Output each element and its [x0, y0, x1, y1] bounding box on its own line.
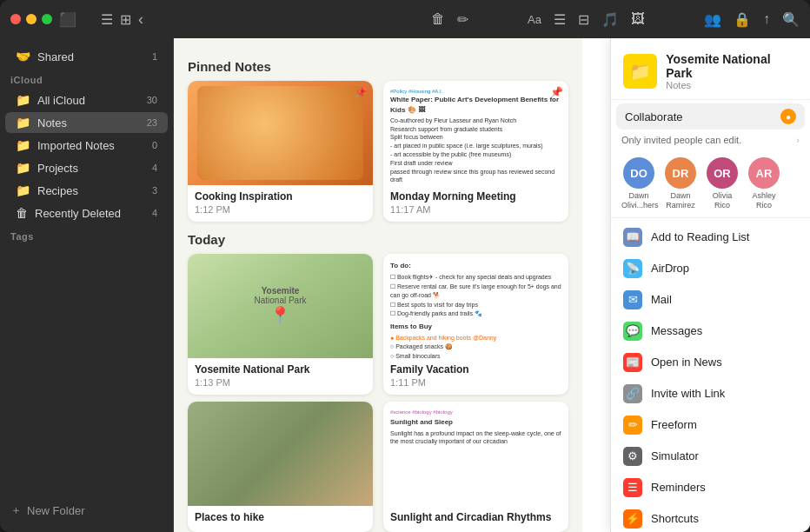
avatar-dawn-o: DO: [623, 157, 654, 189]
note-thumb-monday: #Policy #Housing #A.I. White Paper: Publ…: [383, 81, 568, 185]
note-card-family[interactable]: To do: ☐ Book flights✈ - check for any s…: [383, 254, 568, 395]
sidebar-item-notes[interactable]: 📁 Notes 23: [5, 112, 168, 133]
messages-icon: 💬: [623, 322, 642, 341]
sidebar-badge-projects: 4: [143, 163, 157, 173]
location-pin-icon: 📍: [254, 305, 306, 326]
shortcuts-icon: ⚡: [623, 509, 642, 529]
notes-icon: 📁: [16, 116, 30, 130]
share-note-title: Yosemite National Park: [666, 52, 798, 80]
avatars-row: DO Dawn Olivi...hers DR Dawn Ramirez OR …: [611, 150, 810, 218]
note-card-cooking[interactable]: 📌 Cooking Inspiration 1:12 PM: [188, 81, 373, 222]
reminders-icon: ☰: [623, 478, 642, 497]
grid-view-icon[interactable]: ⊞: [120, 11, 131, 28]
note-title-monday: Monday Morning Meeting: [383, 185, 568, 204]
simulator-icon: ⚙: [623, 447, 642, 466]
sidebar-item-imported[interactable]: 📁 Imported Notes 0: [5, 135, 168, 156]
sidebar-badge-all-icloud: 30: [143, 95, 157, 105]
freeform-icon: ✏: [623, 416, 642, 435]
delete-icon[interactable]: 🗑: [431, 11, 445, 27]
back-icon[interactable]: ‹: [138, 10, 143, 29]
collaborate-icon[interactable]: 👥: [704, 11, 721, 28]
list-view-icon[interactable]: ☰: [101, 11, 113, 28]
pin-icon-cooking: 📌: [355, 86, 368, 98]
avatar-name-dawn-o: Dawn Olivi...hers: [621, 191, 656, 210]
note-title-family: Family Vacation: [383, 358, 568, 377]
sidebar-item-recipes[interactable]: 📁 Recipes 3: [5, 180, 168, 201]
new-folder-label: New Folder: [27, 504, 84, 517]
sidebar-label-recipes: Recipes: [37, 184, 78, 197]
share-folder-icon: 📁: [623, 54, 657, 89]
minimize-button[interactable]: [26, 14, 37, 24]
sidebar-badge-recently-deleted: 4: [143, 208, 157, 218]
sidebar-badge-recipes: 3: [143, 185, 157, 196]
pinned-section-title: Pinned Notes: [188, 59, 568, 74]
sidebar-item-recently-deleted[interactable]: 🗑 Recently Deleted 4: [5, 203, 168, 223]
detail-panel: 📁 Yosemite National Park Notes Collabora…: [582, 38, 810, 532]
table-icon[interactable]: ⊟: [578, 11, 589, 28]
share-menu-airdrop[interactable]: 📡 AirDrop: [611, 253, 810, 284]
projects-icon: 📁: [16, 161, 30, 175]
main-content: 🤝 Shared 1 iCloud 📁 All iCloud 30 📁 Note…: [0, 38, 810, 532]
media-icon[interactable]: 🖼: [631, 11, 645, 27]
sidebar-label-all-icloud: All iCloud: [37, 94, 85, 107]
search-icon[interactable]: 🔍: [782, 11, 800, 28]
note-card-hike[interactable]: Places to hike: [188, 402, 373, 532]
collaborate-sublabel: Only invited people can edit. ›: [611, 133, 810, 150]
share-label-messages: Messages: [651, 324, 702, 337]
share-menu-simulator[interactable]: ⚙ Simulator: [611, 441, 810, 472]
reading-list-icon: 📖: [623, 228, 642, 247]
share-menu-invite-link[interactable]: 🔗 Invite with Link: [611, 378, 810, 409]
avatar-name-olivia: Olivia Rico: [705, 191, 740, 210]
avatar-item-dawn-o: DO Dawn Olivi...hers: [621, 157, 656, 210]
share-label-simulator: Simulator: [651, 449, 699, 462]
sidebar-item-all-icloud[interactable]: 📁 All iCloud 30: [5, 90, 168, 110]
avatar-olivia: OR: [707, 157, 738, 189]
note-title-yosemite: Yosemite National Park: [188, 358, 373, 377]
avatar-name-dawn-r: Dawn Ramirez: [663, 191, 698, 210]
note-card-yosemite[interactable]: Yosemite National Park 📍 Yosemite Nation…: [188, 254, 373, 395]
note-title-cooking: Cooking Inspiration: [188, 185, 373, 204]
sidebar-item-shared[interactable]: 🤝 Shared 1: [5, 46, 168, 67]
note-time-family: 1:11 PM: [383, 377, 568, 388]
airdrop-icon: 📡: [623, 259, 642, 278]
imported-icon: 📁: [16, 138, 30, 152]
collaborate-label: Collaborate: [625, 110, 683, 123]
share-menu-reading-list[interactable]: 📖 Add to Reading List: [611, 222, 810, 253]
checklist-icon[interactable]: ☰: [554, 11, 566, 28]
avatar-name-ashley: Ashley Rico: [747, 191, 781, 210]
close-button[interactable]: [10, 14, 21, 24]
maximize-button[interactable]: [42, 14, 52, 24]
shared-icon: 🤝: [16, 50, 30, 63]
font-icon[interactable]: Aa: [528, 13, 541, 26]
share-menu-news[interactable]: 📰 Open in News: [611, 347, 810, 378]
share-label-reading-list: Add to Reading List: [651, 230, 749, 243]
share-icon[interactable]: ↑: [763, 11, 770, 27]
avatar-dawn-r: DR: [665, 157, 696, 189]
share-menu-reminders[interactable]: ☰ Reminders: [611, 472, 810, 503]
sidebar-label-imported: Imported Notes: [37, 139, 115, 152]
sidebar-toggle-icon[interactable]: ⬛: [59, 11, 76, 28]
share-label-freeform: Freeform: [651, 418, 697, 431]
share-menu-mail[interactable]: ✉ Mail: [611, 284, 810, 316]
traffic-lights: [10, 14, 52, 24]
note-thumb-cooking: 📌: [188, 81, 373, 185]
share-note-subtitle: Notes: [666, 80, 798, 90]
sidebar-badge-shared: 1: [143, 51, 157, 62]
audio-icon[interactable]: 🎵: [601, 11, 619, 28]
share-label-reminders: Reminders: [651, 481, 706, 494]
share-menu-freeform[interactable]: ✏ Freeform: [611, 409, 810, 441]
compose-icon[interactable]: ✏: [457, 11, 468, 28]
share-header: 📁 Yosemite National Park Notes: [611, 38, 810, 100]
new-folder-button[interactable]: ＋ New Folder: [0, 495, 173, 525]
collaborate-row[interactable]: Collaborate ●: [616, 103, 805, 130]
recipes-icon: 📁: [16, 183, 30, 197]
chevron-right-icon: ›: [796, 135, 800, 145]
share-menu-messages[interactable]: 💬 Messages: [611, 316, 810, 347]
note-card-monday[interactable]: #Policy #Housing #A.I. White Paper: Publ…: [383, 81, 568, 222]
note-card-sunlight[interactable]: #science #biology #biology Sunlight and …: [383, 402, 568, 532]
all-icloud-icon: 📁: [16, 93, 30, 107]
sidebar-item-projects[interactable]: 📁 Projects 4: [5, 157, 168, 178]
share-menu-shortcuts[interactable]: ⚡ Shortcuts: [611, 503, 810, 532]
lock-icon[interactable]: 🔒: [734, 11, 751, 28]
note-title-sunlight: Sunlight and Circadian Rhythms: [383, 506, 568, 525]
